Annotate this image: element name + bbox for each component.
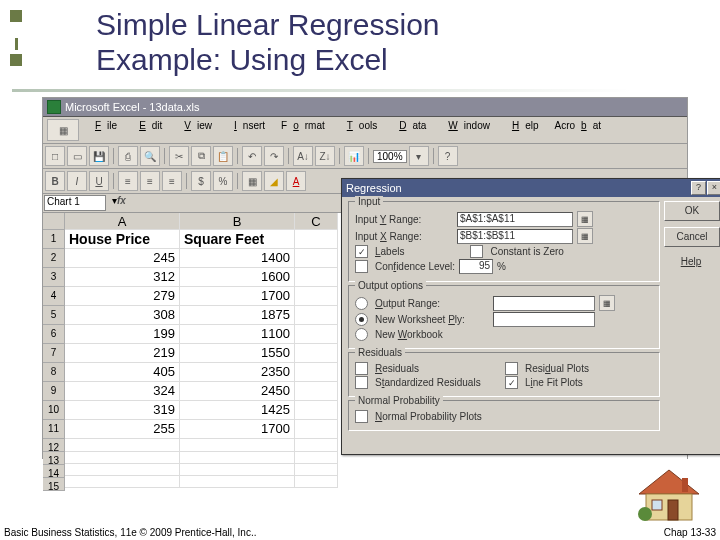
- menu-help[interactable]: Help: [500, 119, 545, 141]
- menu-insert[interactable]: Insert: [222, 119, 271, 141]
- align-left-icon[interactable]: ≡: [118, 171, 138, 191]
- cell[interactable]: 279: [65, 287, 180, 306]
- cell[interactable]: [65, 475, 180, 488]
- cell[interactable]: 219: [65, 344, 180, 363]
- cell[interactable]: [295, 363, 338, 382]
- paste-icon[interactable]: 📋: [213, 146, 233, 166]
- residual-plots-checkbox[interactable]: [505, 362, 518, 375]
- cell[interactable]: Square Feet: [180, 230, 295, 249]
- row-header[interactable]: 11: [43, 420, 65, 439]
- chart-icon[interactable]: 📊: [344, 146, 364, 166]
- cancel-button[interactable]: Cancel: [664, 227, 720, 247]
- fx-icon[interactable]: fx: [117, 195, 126, 211]
- cell[interactable]: 199: [65, 325, 180, 344]
- help-button[interactable]: Help: [664, 253, 718, 271]
- output-range-radio[interactable]: [355, 297, 368, 310]
- cell[interactable]: [295, 325, 338, 344]
- line-fit-checkbox[interactable]: ✓: [505, 376, 518, 389]
- confidence-checkbox[interactable]: [355, 260, 368, 273]
- new-worksheet-radio[interactable]: [355, 313, 368, 326]
- confidence-input[interactable]: 95: [459, 259, 493, 274]
- cut-icon[interactable]: ✂: [169, 146, 189, 166]
- open-icon[interactable]: ▭: [67, 146, 87, 166]
- preview-icon[interactable]: 🔍: [140, 146, 160, 166]
- align-right-icon[interactable]: ≡: [162, 171, 182, 191]
- menu-data[interactable]: Data: [387, 119, 432, 141]
- new-worksheet-input[interactable]: [493, 312, 595, 327]
- row-header[interactable]: 4: [43, 287, 65, 306]
- zoom-field[interactable]: 100%: [373, 150, 407, 163]
- range-picker-icon[interactable]: ▦: [577, 228, 593, 244]
- menu-format[interactable]: Format: [275, 119, 331, 141]
- fill-color-icon[interactable]: ◢: [264, 171, 284, 191]
- new-icon[interactable]: □: [45, 146, 65, 166]
- underline-icon[interactable]: U: [89, 171, 109, 191]
- copy-icon[interactable]: ⧉: [191, 146, 211, 166]
- menu-view[interactable]: View: [172, 119, 218, 141]
- cell[interactable]: [295, 287, 338, 306]
- labels-checkbox[interactable]: ✓: [355, 245, 368, 258]
- cell[interactable]: 1600: [180, 268, 295, 287]
- cell[interactable]: [295, 230, 338, 249]
- row-header[interactable]: 13: [43, 452, 65, 465]
- zoom-dropdown-icon[interactable]: ▾: [409, 146, 429, 166]
- sort-desc-icon[interactable]: Z↓: [315, 146, 335, 166]
- menu-file[interactable]: File: [83, 119, 123, 141]
- cell[interactable]: 405: [65, 363, 180, 382]
- cell[interactable]: [295, 382, 338, 401]
- menu-window[interactable]: Window: [436, 119, 496, 141]
- row-header[interactable]: 6: [43, 325, 65, 344]
- x-range-input[interactable]: $B$1:$B$11: [457, 229, 573, 244]
- row-header[interactable]: 2: [43, 249, 65, 268]
- cell[interactable]: 2450: [180, 382, 295, 401]
- select-all-corner[interactable]: [43, 213, 65, 230]
- row-header[interactable]: 8: [43, 363, 65, 382]
- cell[interactable]: 1875: [180, 306, 295, 325]
- row-header[interactable]: 9: [43, 382, 65, 401]
- col-header[interactable]: A: [65, 213, 180, 230]
- undo-icon[interactable]: ↶: [242, 146, 262, 166]
- range-picker-icon[interactable]: ▦: [577, 211, 593, 227]
- constant-checkbox[interactable]: [470, 245, 483, 258]
- std-residuals-checkbox[interactable]: [355, 376, 368, 389]
- cell[interactable]: [295, 420, 338, 439]
- cell[interactable]: [295, 475, 338, 488]
- help-icon[interactable]: ?: [438, 146, 458, 166]
- currency-icon[interactable]: $: [191, 171, 211, 191]
- cell[interactable]: [295, 344, 338, 363]
- italic-icon[interactable]: I: [67, 171, 87, 191]
- ok-button[interactable]: OK: [664, 201, 720, 221]
- sort-asc-icon[interactable]: A↓: [293, 146, 313, 166]
- cell[interactable]: 1100: [180, 325, 295, 344]
- cell[interactable]: [295, 401, 338, 420]
- help-button-icon[interactable]: ?: [691, 181, 706, 195]
- cell[interactable]: 1700: [180, 420, 295, 439]
- cell[interactable]: 245: [65, 249, 180, 268]
- output-range-input[interactable]: [493, 296, 595, 311]
- font-color-icon[interactable]: A: [286, 171, 306, 191]
- cell[interactable]: 1425: [180, 401, 295, 420]
- row-header[interactable]: 5: [43, 306, 65, 325]
- row-header[interactable]: 3: [43, 268, 65, 287]
- row-header[interactable]: 15: [43, 478, 65, 491]
- cell[interactable]: [295, 306, 338, 325]
- col-header[interactable]: B: [180, 213, 295, 230]
- cell[interactable]: 1400: [180, 249, 295, 268]
- row-header[interactable]: 7: [43, 344, 65, 363]
- borders-icon[interactable]: ▦: [242, 171, 262, 191]
- name-box[interactable]: Chart 1: [44, 195, 106, 211]
- cell[interactable]: [295, 249, 338, 268]
- cell[interactable]: 2350: [180, 363, 295, 382]
- new-workbook-radio[interactable]: [355, 328, 368, 341]
- dialog-title-bar[interactable]: Regression ? ×: [342, 179, 720, 197]
- cell[interactable]: 312: [65, 268, 180, 287]
- save-icon[interactable]: 💾: [89, 146, 109, 166]
- row-header[interactable]: 10: [43, 401, 65, 420]
- align-center-icon[interactable]: ≡: [140, 171, 160, 191]
- row-header[interactable]: 1: [43, 230, 65, 249]
- menu-tools[interactable]: Tools: [335, 119, 383, 141]
- row-header[interactable]: 12: [43, 439, 65, 452]
- residuals-checkbox[interactable]: [355, 362, 368, 375]
- menu-acrobat[interactable]: Acrobat: [549, 119, 607, 141]
- cell[interactable]: [295, 268, 338, 287]
